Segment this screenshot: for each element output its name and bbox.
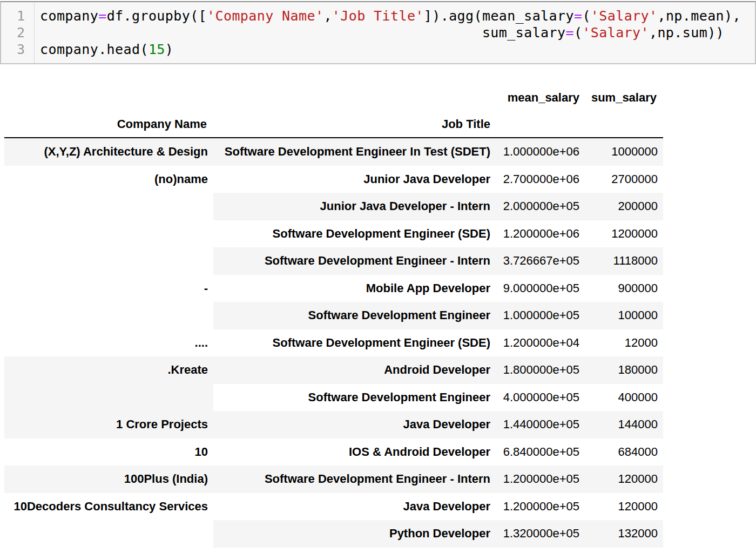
code-token-plain: ( — [582, 8, 590, 24]
code-line: sum_salary=('Salary',np.sum)) — [40, 24, 755, 41]
sum-salary-cell: 120000 — [586, 466, 663, 493]
table-row: 10Decoders Consultancy ServicesJava Deve… — [4, 493, 663, 521]
company-name-cell: .... — [4, 329, 213, 357]
code-editor[interactable]: company=df.groupby(['Company Name','Job … — [35, 2, 755, 63]
table-row: ....Software Development Engineer (SDE)1… — [4, 329, 663, 357]
mean-salary-cell: 4.000000e+05 — [497, 384, 586, 412]
sum-salary-cell: 144000 — [586, 411, 663, 439]
code-line: company.head(15) — [40, 41, 755, 58]
code-token-plain: ( — [574, 25, 582, 41]
sum-salary-cell: 900000 — [586, 275, 663, 302]
code-token-plain: ]).agg(mean_salary — [424, 8, 574, 24]
index-header-row: Company Name Job Title — [4, 111, 663, 138]
sum-salary-cell: 100000 — [586, 302, 663, 329]
company-name-cell: 10Decoders Consultancy Services — [4, 493, 213, 548]
table-row: .KreateAndroid Developer1.800000e+051800… — [4, 356, 663, 384]
company-name-cell: .Kreate — [4, 356, 213, 411]
code-token-operator: = — [98, 8, 106, 24]
mean-salary-cell: 1.200000e+04 — [497, 329, 586, 357]
blank-header-cell — [4, 85, 213, 111]
job-title-cell: Software Development Engineer — [213, 384, 497, 412]
code-token-string: 'Salary' — [582, 25, 649, 41]
code-token-operator: = — [565, 25, 573, 41]
mean-salary-cell: 3.726667e+05 — [497, 247, 586, 275]
code-token-plain: ) — [165, 42, 173, 57]
table-row: (no)nameJunior Java Developer2.700000e+0… — [4, 166, 663, 193]
sum-salary-cell: 684000 — [586, 439, 663, 466]
job-title-cell: Junior Java Developer — [213, 166, 497, 193]
mean-salary-cell: 1.440000e+05 — [497, 411, 586, 439]
company-name-cell: 10 — [4, 439, 213, 466]
code-token-operator: = — [574, 8, 582, 24]
job-title-cell: Software Development Engineer (SDE) — [213, 220, 497, 248]
table-row: 100Plus (India)Software Development Engi… — [4, 466, 663, 493]
column-header-sum-salary: sum_salary — [586, 85, 663, 111]
company-name-cell: 1 Crore Projects — [4, 411, 213, 439]
mean-salary-cell: 1.200000e+05 — [497, 493, 586, 521]
code-line: company=df.groupby(['Company Name','Job … — [40, 8, 755, 24]
sum-salary-cell: 12000 — [586, 329, 663, 357]
job-title-cell: Mobile App Developer — [213, 275, 497, 302]
table-row: (X,Y,Z) Architecture & DesignSoftware De… — [4, 138, 663, 166]
sum-salary-cell: 1200000 — [586, 220, 663, 248]
job-title-cell: Software Development Engineer (SDE) — [213, 329, 497, 357]
sum-salary-cell: 1000000 — [586, 138, 663, 166]
job-title-cell: Java Developer — [213, 493, 497, 521]
mean-salary-cell: 1.000000e+06 — [497, 138, 586, 166]
job-title-cell: Junior Java Developer - Intern — [213, 193, 497, 220]
sum-salary-cell: 180000 — [586, 356, 663, 384]
blank-header-cell — [213, 85, 497, 111]
sum-salary-cell: 1118000 — [586, 247, 663, 275]
job-title-cell: Software Development Engineer In Test (S… — [213, 138, 497, 166]
sum-salary-cell: 2700000 — [586, 166, 663, 193]
table-row: 10IOS & Android Developer6.840000e+05684… — [4, 439, 663, 466]
mean-salary-cell: 1.320000e+05 — [497, 520, 586, 548]
code-token-plain: ,np.sum)) — [649, 25, 724, 41]
table-row: -Mobile App Developer9.000000e+05900000 — [4, 275, 663, 302]
index-header-job-title: Job Title — [213, 111, 497, 138]
company-name-cell: 100Plus (India) — [4, 466, 213, 493]
column-header-mean-salary: mean_salary — [497, 85, 586, 111]
mean-salary-cell: 9.000000e+05 — [497, 275, 586, 302]
company-name-cell: (X,Y,Z) Architecture & Design — [4, 138, 213, 166]
sum-salary-cell: 400000 — [586, 384, 663, 412]
job-title-cell: Android Developer — [213, 356, 497, 384]
job-title-cell: Python Developer — [213, 520, 497, 548]
sum-salary-cell: 132000 — [586, 520, 663, 548]
notebook-page: 1 2 3 company=df.groupby(['Company Name'… — [0, 1, 756, 548]
code-token-plain: df.groupby([ — [107, 8, 207, 24]
code-token-plain — [40, 25, 482, 41]
mean-salary-cell: 2.700000e+06 — [497, 166, 586, 193]
code-token-plain: , — [323, 8, 332, 24]
company-name-cell: (no)name — [4, 166, 213, 275]
code-token-plain: company — [40, 8, 98, 24]
dataframe-body: (X,Y,Z) Architecture & DesignSoftware De… — [4, 138, 663, 548]
job-title-cell: Java Developer — [213, 411, 497, 439]
output-area: mean_salary sum_salary Company Name Job … — [4, 85, 756, 548]
mean-salary-cell: 1.200000e+06 — [497, 220, 586, 248]
code-token-string: 'Company Name' — [207, 8, 323, 24]
code-token-number: 15 — [148, 42, 165, 57]
code-token-plain: sum_salary — [482, 25, 566, 41]
line-number-gutter: 1 2 3 — [1, 2, 35, 63]
table-row: 1 Crore ProjectsJava Developer1.440000e+… — [4, 411, 663, 439]
index-header-company-name: Company Name — [4, 111, 213, 138]
mean-salary-cell: 2.000000e+05 — [497, 193, 586, 220]
company-name-cell: - — [4, 275, 213, 329]
mean-salary-cell: 1.200000e+05 — [497, 466, 586, 493]
mean-salary-cell: 6.840000e+05 — [497, 439, 586, 466]
sum-salary-cell: 120000 — [586, 493, 663, 521]
code-cell[interactable]: 1 2 3 company=df.groupby(['Company Name'… — [0, 1, 756, 64]
code-token-string: 'Salary' — [591, 8, 658, 24]
sum-salary-cell: 200000 — [586, 193, 663, 220]
blank-header-cell — [586, 111, 663, 138]
mean-salary-cell: 1.000000e+05 — [497, 302, 586, 329]
job-title-cell: Software Development Engineer - Intern — [213, 466, 497, 493]
blank-header-cell — [497, 111, 586, 138]
code-token-plain: company.head( — [40, 42, 148, 57]
column-header-row: mean_salary sum_salary — [4, 85, 663, 111]
job-title-cell: Software Development Engineer - Intern — [213, 247, 497, 275]
dataframe-table: mean_salary sum_salary Company Name Job … — [4, 85, 663, 548]
dataframe-header: mean_salary sum_salary Company Name Job … — [4, 85, 663, 138]
code-token-string: 'Job Title' — [332, 8, 424, 24]
